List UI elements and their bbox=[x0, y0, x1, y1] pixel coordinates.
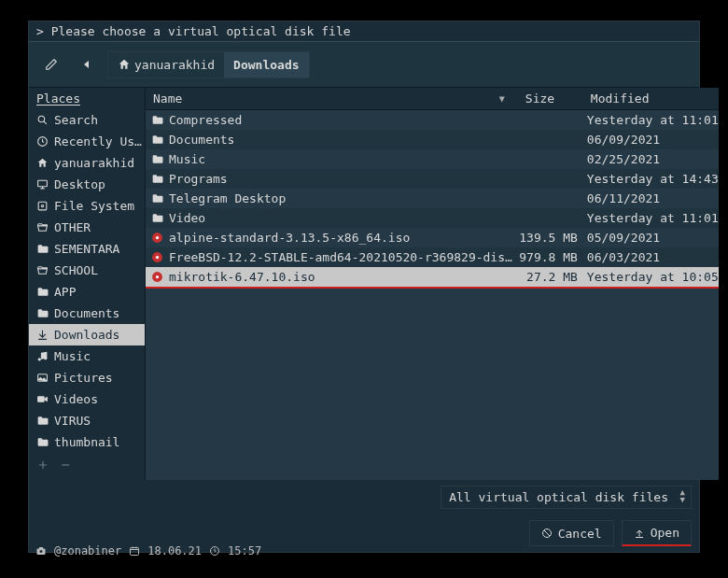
column-header-name[interactable]: Name ▼ bbox=[146, 88, 518, 109]
sidebar-item-other[interactable]: OTHER bbox=[29, 217, 145, 238]
sidebar-item-label: OTHER bbox=[54, 220, 91, 234]
file-name: Video bbox=[169, 211, 205, 225]
folder-icon bbox=[36, 415, 49, 427]
sidebar-item-label: yanuarakhid bbox=[54, 156, 134, 170]
sidebar-item-music[interactable]: Music bbox=[29, 345, 145, 367]
svg-rect-18 bbox=[39, 547, 43, 549]
file-row[interactable]: CompressedYesterday at 11:01 bbox=[146, 110, 719, 130]
file-row[interactable]: FreeBSD-12.2-STABLE-amd64-20210520-r3698… bbox=[146, 247, 719, 267]
music-icon bbox=[36, 350, 49, 362]
column-headers: Name ▼ Size Modified bbox=[146, 88, 719, 110]
file-row[interactable]: VideoYesterday at 11:01 bbox=[146, 208, 719, 228]
folder-icon bbox=[151, 134, 163, 146]
sidebar-item-label: Videos bbox=[54, 392, 98, 406]
sidebar-item-yanuarakhid[interactable]: yanuarakhid bbox=[29, 152, 145, 174]
add-bookmark-button[interactable] bbox=[36, 458, 49, 474]
status-date: 18.06.21 bbox=[147, 544, 202, 557]
dialog-title: > Please choose a virtual optical disk f… bbox=[29, 21, 699, 41]
breadcrumb-current-label: Downloads bbox=[233, 58, 299, 72]
download-icon bbox=[36, 329, 49, 341]
dialog-body: Places SearchRecently Us…yanuarakhidDesk… bbox=[29, 88, 699, 480]
sidebar-item-videos[interactable]: Videos bbox=[29, 388, 145, 410]
folder-open-icon bbox=[36, 221, 49, 233]
sidebar-item-label: VIRUS bbox=[54, 414, 91, 428]
remove-bookmark-button[interactable] bbox=[59, 458, 72, 474]
sidebar-item-app[interactable]: APP bbox=[29, 281, 145, 303]
filter-label: All virtual optical disk files bbox=[449, 490, 668, 504]
breadcrumb: yanuarakhid Downloads bbox=[107, 51, 310, 78]
breadcrumb-home[interactable]: yanuarakhid bbox=[108, 52, 224, 78]
sidebar-item-recently-us-[interactable]: Recently Us… bbox=[29, 131, 145, 152]
sidebar-item-search[interactable]: Search bbox=[29, 109, 145, 131]
file-modified: 05/09/2021 bbox=[583, 231, 719, 245]
sidebar-item-label: thumbnail bbox=[54, 435, 119, 449]
sidebar-item-sementara[interactable]: SEMENTARA bbox=[29, 238, 145, 260]
file-type-filter[interactable]: All virtual optical disk files ▲▼ bbox=[441, 486, 692, 509]
video-icon bbox=[36, 393, 49, 405]
calendar-icon bbox=[129, 545, 140, 557]
sort-indicator-icon: ▼ bbox=[499, 93, 511, 104]
svg-point-10 bbox=[156, 236, 159, 239]
sidebar-item-documents[interactable]: Documents bbox=[29, 303, 145, 324]
file-size: 979.8 MB bbox=[518, 250, 583, 264]
file-name: Compressed bbox=[169, 113, 242, 127]
sidebar-item-label: Pictures bbox=[54, 371, 113, 385]
file-modified: 06/03/2021 bbox=[583, 250, 719, 264]
file-modified: Yesterday at 10:05 bbox=[583, 270, 719, 284]
file-row[interactable]: ProgramsYesterday at 14:43 bbox=[146, 169, 719, 189]
home-icon bbox=[36, 157, 49, 169]
file-modified: 02/25/2021 bbox=[583, 152, 719, 166]
svg-point-6 bbox=[44, 357, 47, 359]
iso-icon bbox=[151, 271, 163, 283]
sidebar-item-file-system[interactable]: File System bbox=[29, 195, 145, 217]
image-icon bbox=[36, 372, 49, 384]
open-label: Open bbox=[651, 526, 679, 540]
svg-point-0 bbox=[38, 116, 45, 122]
camera-icon bbox=[35, 545, 47, 557]
sidebar-item-pictures[interactable]: Pictures bbox=[29, 367, 145, 388]
folder-icon bbox=[36, 307, 49, 319]
file-size: 27.2 MB bbox=[518, 270, 583, 284]
sidebar-item-virus[interactable]: VIRUS bbox=[29, 410, 145, 431]
updown-icon: ▲▼ bbox=[680, 488, 685, 503]
iso-icon bbox=[151, 232, 163, 244]
status-time: 15:57 bbox=[228, 544, 261, 557]
sidebar-header: Places bbox=[29, 88, 145, 109]
folder-icon bbox=[36, 436, 49, 448]
sidebar-item-label: File System bbox=[54, 199, 134, 213]
file-row[interactable]: Documents06/09/2021 bbox=[146, 130, 719, 149]
file-row[interactable]: alpine-standard-3.13.5-x86_64.iso139.5 M… bbox=[146, 228, 719, 247]
file-row[interactable]: Telegram Desktop06/11/2021 bbox=[146, 189, 719, 208]
svg-point-4 bbox=[41, 204, 43, 206]
file-row[interactable]: mikrotik-6.47.10.iso27.2 MBYesterday at … bbox=[146, 267, 719, 289]
filter-row: All virtual optical disk files ▲▼ bbox=[29, 480, 699, 515]
file-list-pane: Name ▼ Size Modified CompressedYesterday… bbox=[146, 88, 719, 480]
sidebar-item-label: Downloads bbox=[54, 328, 119, 342]
svg-point-12 bbox=[156, 256, 159, 259]
search-icon bbox=[36, 114, 49, 126]
sidebar-item-label: Recently Us… bbox=[54, 134, 142, 148]
status-bar: @zonabiner 18.06.21 15:57 bbox=[35, 544, 261, 557]
sidebar-item-desktop[interactable]: Desktop bbox=[29, 174, 145, 195]
column-header-size[interactable]: Size bbox=[518, 88, 583, 109]
places-sidebar: Places SearchRecently Us…yanuarakhidDesk… bbox=[29, 88, 146, 480]
folder-icon bbox=[151, 192, 163, 204]
breadcrumb-current[interactable]: Downloads bbox=[224, 52, 308, 78]
svg-rect-3 bbox=[38, 202, 47, 210]
cancel-button[interactable]: Cancel bbox=[529, 520, 614, 546]
file-modified: Yesterday at 11:01 bbox=[583, 211, 719, 225]
sidebar-item-school[interactable]: SCHOOL bbox=[29, 260, 145, 281]
sidebar-item-downloads[interactable]: Downloads bbox=[29, 324, 145, 345]
sidebar-item-thumbnail[interactable]: thumbnail bbox=[29, 431, 145, 453]
folder-icon bbox=[36, 286, 49, 298]
sidebar-item-label: SCHOOL bbox=[54, 263, 98, 277]
svg-point-5 bbox=[38, 358, 41, 360]
column-header-modified[interactable]: Modified bbox=[583, 88, 719, 109]
cancel-label: Cancel bbox=[558, 527, 602, 541]
edit-path-button[interactable] bbox=[36, 49, 66, 79]
file-name: alpine-standard-3.13.5-x86_64.iso bbox=[169, 231, 410, 245]
file-row[interactable]: Music02/25/2021 bbox=[146, 149, 719, 169]
back-button[interactable] bbox=[72, 49, 102, 79]
folder-icon bbox=[151, 173, 163, 185]
open-button[interactable]: Open bbox=[622, 520, 692, 546]
